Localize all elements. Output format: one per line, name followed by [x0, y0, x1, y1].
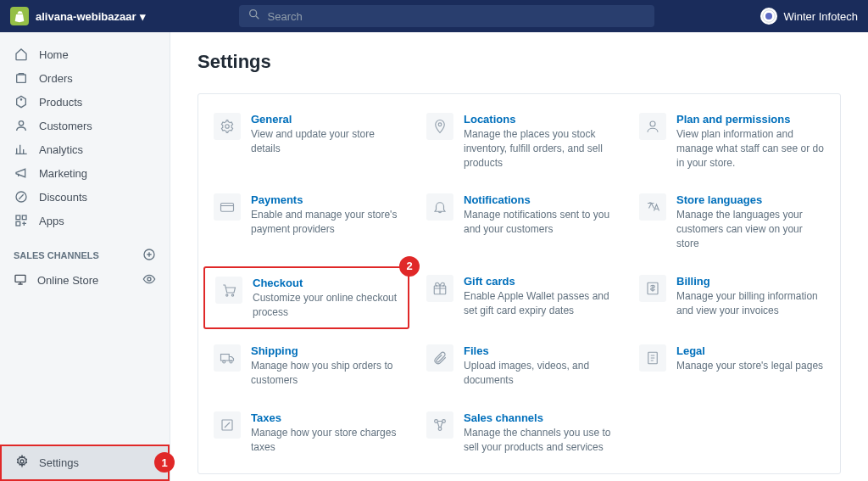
sidebar-item-marketing[interactable]: Marketing [0, 161, 170, 185]
marketing-icon [14, 165, 29, 181]
svg-point-19 [226, 294, 228, 296]
view-store-icon[interactable] [142, 272, 156, 288]
tile-title: Notifications [464, 193, 612, 206]
svg-point-30 [438, 428, 442, 431]
tile-desc: View plan information and manage what st… [676, 127, 825, 170]
sidebar-item-customers[interactable]: Customers [0, 114, 170, 137]
tile-desc: Manage your billing information and view… [676, 289, 825, 318]
svg-point-6 [19, 121, 23, 126]
tile-desc: Manage how your store charges taxes [251, 426, 399, 455]
svg-point-25 [230, 361, 232, 363]
page-title: Settings [198, 51, 841, 73]
tile-title: Plan and permissions [676, 113, 825, 126]
tile-taxes[interactable]: TaxesManage how your store charges taxes [203, 403, 409, 463]
cart-icon [215, 277, 242, 304]
sidebar-item-orders[interactable]: Orders [0, 66, 170, 90]
gear-icon [214, 113, 241, 140]
tile-desc: Manage the channels you use to sell your… [464, 426, 612, 455]
topbar: alivana-webibazaar ▾ Winter Infotech [0, 0, 868, 32]
store-switcher[interactable]: alivana-webibazaar ▾ [36, 10, 146, 23]
svg-point-14 [20, 460, 24, 463]
tile-desc: Manage your store's legal pages [676, 359, 823, 373]
sidebar-item-analytics[interactable]: Analytics [0, 137, 170, 161]
tile-plan[interactable]: Plan and permissionsView plan informatio… [629, 104, 835, 178]
sidebar-item-label: Discounts [39, 191, 87, 204]
sales-channels-label: SALES CHANNELS [14, 250, 99, 260]
orders-icon [14, 70, 29, 86]
online-store-icon [14, 272, 27, 288]
settings-button[interactable]: Settings [0, 445, 170, 481]
search-icon [248, 8, 261, 25]
svg-point-24 [223, 361, 225, 363]
tile-title: General [251, 113, 399, 126]
gift-icon [426, 275, 453, 302]
search-box[interactable] [239, 5, 654, 27]
tile-desc: Upload images, videos, and documents [464, 359, 612, 388]
payments-icon [214, 193, 241, 221]
gear-icon [15, 455, 29, 471]
bell-icon [426, 193, 453, 221]
tile-desc: Manage how you ship orders to customers [251, 359, 399, 388]
add-channel-icon[interactable] [142, 248, 156, 263]
tile-checkout[interactable]: 2 CheckoutCustomize your online checkout… [203, 266, 409, 330]
billing-icon [639, 275, 666, 302]
sidebar-item-discounts[interactable]: Discounts [0, 185, 170, 209]
settings-label: Settings [39, 456, 79, 469]
chevron-down-icon: ▾ [140, 10, 146, 23]
tile-title: Store languages [676, 193, 825, 206]
sidebar-item-label: Home [39, 48, 69, 61]
svg-point-15 [225, 125, 230, 129]
tile-giftcards[interactable]: Gift cardsEnable Apple Wallet passes and… [416, 266, 622, 330]
tile-general[interactable]: GeneralView and update your store detail… [203, 104, 409, 178]
online-store-label: Online Store [37, 274, 98, 287]
tile-languages[interactable]: Store languagesManage the languages your… [629, 185, 835, 259]
tile-title: Locations [464, 113, 612, 126]
avatar [760, 8, 777, 25]
tile-payments[interactable]: PaymentsEnable and manage your store's p… [203, 185, 409, 259]
search-input[interactable] [268, 10, 646, 23]
tile-title: Checkout [253, 277, 398, 289]
tile-title: Billing [676, 275, 825, 288]
user-icon [639, 113, 666, 140]
sidebar-item-label: Orders [39, 72, 73, 85]
svg-point-20 [231, 294, 233, 296]
tile-title: Shipping [251, 344, 399, 357]
tile-shipping[interactable]: ShippingManage how you ship orders to cu… [203, 336, 409, 396]
tile-title: Legal [676, 344, 823, 357]
layout: Home Orders Products Customers Analytics… [0, 32, 868, 481]
legal-icon [639, 344, 666, 372]
tile-locations[interactable]: LocationsManage the places you stock inv… [416, 104, 622, 178]
main: Settings GeneralView and update your sto… [170, 32, 868, 481]
sidebar-item-apps[interactable]: Apps [0, 209, 170, 232]
user-menu[interactable]: Winter Infotech [760, 8, 858, 25]
sidebar-item-label: Marketing [39, 167, 87, 180]
tile-files[interactable]: FilesUpload images, videos, and document… [416, 336, 622, 396]
sidebar-item-label: Analytics [39, 143, 83, 156]
sidebar-item-products[interactable]: Products [0, 90, 170, 114]
tile-desc: Enable and manage your store's payment p… [251, 208, 399, 237]
attachment-icon [426, 344, 453, 372]
tile-title: Taxes [251, 411, 399, 424]
tile-desc: Manage the places you stock inventory, f… [464, 127, 612, 170]
tile-billing[interactable]: BillingManage your billing information a… [629, 266, 835, 330]
taxes-icon [214, 411, 241, 439]
svg-point-5 [20, 99, 21, 100]
sidebar-item-home[interactable]: Home [0, 42, 170, 66]
sales-channels-header: SALES CHANNELS [0, 243, 170, 268]
tile-legal[interactable]: LegalManage your store's legal pages [629, 336, 835, 396]
tile-saleschannels[interactable]: Sales channelsManage the channels you us… [416, 403, 622, 463]
tile-notifications[interactable]: NotificationsManage notifications sent t… [416, 185, 622, 259]
sidebar-item-label: Apps [39, 215, 64, 227]
tile-desc: Customize your online checkout process [253, 291, 398, 320]
svg-rect-18 [221, 204, 234, 212]
apps-icon [14, 213, 29, 228]
customers-icon [14, 118, 29, 133]
tile-desc: View and update your store details [251, 127, 399, 156]
annotation-badge-1: 1 [154, 452, 175, 473]
tile-desc: Manage the languages your customers can … [676, 208, 825, 250]
sidebar-item-label: Customers [39, 120, 92, 132]
location-icon [426, 113, 453, 140]
sidebar-item-online-store[interactable]: Online Store [0, 268, 170, 293]
discounts-icon [14, 189, 29, 204]
shopify-logo[interactable] [10, 7, 29, 25]
